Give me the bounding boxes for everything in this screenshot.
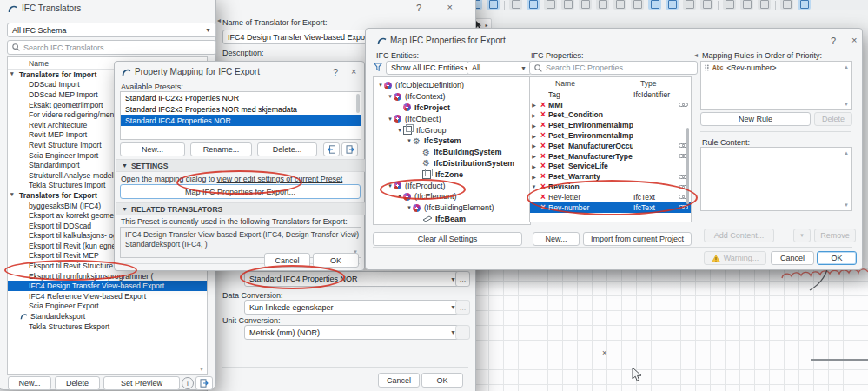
export-translator-button[interactable] <box>195 376 213 390</box>
add-content-dropdown-button[interactable]: ▼ <box>793 229 811 242</box>
table-row[interactable]: ▶×Pset_Condition <box>530 110 691 121</box>
toolbar-icon[interactable] <box>579 0 592 10</box>
scroll-down-icon[interactable]: ▼ <box>844 102 849 107</box>
scroll-up-icon[interactable]: ▲ <box>353 230 358 235</box>
table-row[interactable]: ▶×Pset_ServiceLife <box>530 162 691 172</box>
tree-item[interactable]: ▾(IfcObjectDefinition) <box>374 80 530 91</box>
toolbar-icon[interactable] <box>648 0 661 10</box>
expand-icon[interactable]: ▶ <box>530 123 538 129</box>
warning-button[interactable]: Warning... <box>704 251 766 265</box>
toolbar-icon[interactable] <box>740 0 753 10</box>
toolbar-icon[interactable] <box>798 0 811 10</box>
column-header-name[interactable]: Name <box>555 79 640 88</box>
entity-filter-dropdown[interactable]: Show All IFC Entities ▼ <box>386 61 474 75</box>
close-icon[interactable]: × <box>851 35 857 45</box>
table-row-selected[interactable]: ×Rev-numberIfcText <box>530 202 691 213</box>
expand-icon[interactable]: ▶ <box>530 102 538 108</box>
expand-icon[interactable]: ▶ <box>530 133 538 139</box>
property-mapping-dropdown[interactable]: Standard IFC4 Properties NOR ▼ <box>244 271 461 287</box>
close-icon[interactable]: × <box>447 2 453 12</box>
expand-icon[interactable]: ▶ <box>530 174 538 180</box>
tree-item-ifcelement[interactable]: ▾(IfcElement) <box>374 191 530 202</box>
toolbar-icon[interactable] <box>683 0 696 10</box>
table-row[interactable]: ▶×MMI <box>530 100 691 110</box>
preset-new-button[interactable]: New... <box>120 142 185 156</box>
related-translators-section-header[interactable]: ▼RELATED TRANSLATORS <box>116 202 368 215</box>
table-row[interactable]: ×Rev-letterIfcText <box>530 192 691 202</box>
preset-item[interactable]: Standard IFC2x3 Properties NOR med skjem… <box>121 103 361 115</box>
toolbar-icon[interactable] <box>631 0 644 10</box>
import-from-project-button[interactable]: Import from current Project <box>583 232 692 246</box>
unit-conversion-more-button[interactable]: ... <box>455 325 470 340</box>
table-row[interactable]: ▶×Pset_EnvironmentalImpactIn... <box>530 120 691 130</box>
table-row[interactable]: TagIfcIdentifier <box>530 89 691 100</box>
close-icon[interactable]: × <box>351 66 356 76</box>
new-property-button[interactable]: New... <box>533 232 580 246</box>
info-icon[interactable]: i <box>182 377 194 389</box>
toolbar-icon[interactable] <box>509 0 522 10</box>
help-icon[interactable]: ? <box>333 67 338 77</box>
unit-conversion-dropdown[interactable]: Metrisk (mm) (NOR) ▼ <box>244 325 461 340</box>
tree-item[interactable]: IfcBeam <box>374 214 530 225</box>
table-row[interactable]: ▶×Pset_ManufacturerOccurrence <box>530 141 691 151</box>
tree-item[interactable]: ▾(IfcProduct) <box>374 180 530 191</box>
toolbar-icon[interactable] <box>700 0 713 10</box>
tree-item[interactable]: ▾IfcGroup <box>374 124 530 136</box>
scrollbar-thumb[interactable] <box>356 94 360 113</box>
expand-icon[interactable]: ▶ <box>530 142 538 149</box>
preset-item[interactable]: Standard IFC2x3 Properties NOR <box>121 92 361 103</box>
cancel-button[interactable]: Cancel <box>264 253 310 268</box>
tree-item[interactable]: ▾(IfcBuildingElement) <box>374 202 530 214</box>
tree-item[interactable]: ▾(IfcContext) <box>374 91 530 103</box>
scroll-down-icon[interactable]: ▼ <box>844 202 849 208</box>
toolbar-icon[interactable] <box>527 0 540 10</box>
delete-button[interactable]: Delete <box>55 376 100 390</box>
list-item[interactable]: Tekla Structures Eksport <box>8 321 207 332</box>
search-input[interactable]: Search IFC Translators <box>7 40 216 55</box>
filter-funnel-icon[interactable] <box>374 63 382 71</box>
collapse-icon[interactable]: ▼ <box>530 184 538 189</box>
expand-icon[interactable]: ▶ <box>530 112 538 118</box>
table-row[interactable]: ▶×Pset_EnvironmentalImpactVa... <box>530 130 691 141</box>
add-content-button[interactable]: Add Content... <box>704 229 774 242</box>
cancel-button[interactable]: Cancel <box>771 251 814 265</box>
entity-scope-dropdown[interactable]: All ▼ <box>467 61 532 75</box>
table-row[interactable]: ▶×Pset_ManufacturerTypeInfor... <box>530 151 691 162</box>
data-conversion-dropdown[interactable]: Kun linkede egenskaper ▼ <box>244 300 461 315</box>
list-item-selected[interactable]: IFC4 Design Transfer View-based Export <box>8 281 207 291</box>
collapse-left-icon[interactable]: ◂ <box>217 17 221 24</box>
toolbar-icon[interactable] <box>561 0 574 10</box>
new-rule-button[interactable]: New Rule <box>700 112 811 126</box>
ok-button[interactable]: OK <box>313 253 359 268</box>
clear-all-settings-button[interactable]: Clear All Settings <box>373 232 522 246</box>
list-item[interactable]: Scia Engineer Export <box>8 302 207 312</box>
list-item[interactable]: IFC4 Reference View-based Export <box>8 291 207 302</box>
tree-item[interactable]: IfcZone <box>374 169 530 180</box>
export-preset-button[interactable] <box>341 142 358 156</box>
toolbar-icon[interactable] <box>487 0 500 10</box>
properties-search-input[interactable]: Search IFC Properties <box>529 61 698 75</box>
remove-content-button[interactable]: Remove <box>814 229 856 242</box>
expand-icon[interactable]: ▶ <box>530 163 538 169</box>
tree-item[interactable]: ▾(IfcObject) <box>374 113 530 124</box>
settings-link[interactable]: view or edit settings of current Preset <box>217 175 343 183</box>
help-icon[interactable]: ? <box>416 3 421 13</box>
ok-button[interactable]: OK <box>817 251 857 265</box>
scrollbar-thumb[interactable] <box>686 128 689 204</box>
ok-button[interactable]: OK <box>421 373 463 388</box>
scroll-up-icon[interactable]: ▲ <box>844 150 849 156</box>
toolbar-icon[interactable] <box>596 0 609 10</box>
toolbar-icon[interactable] <box>666 0 679 10</box>
tree-item[interactable]: ⚙IfcDistributionSystem <box>374 158 530 169</box>
new-button[interactable]: New... <box>8 376 51 390</box>
set-preview-button[interactable]: Set Preview <box>103 376 180 390</box>
tree-item[interactable]: IfcProject <box>374 103 530 114</box>
cancel-button[interactable]: Cancel <box>378 373 420 388</box>
toolbar-icon[interactable] <box>780 0 793 10</box>
toolbar-icon[interactable] <box>758 0 771 10</box>
rule-item[interactable]: Abc <Rev-number> <box>701 62 851 73</box>
drag-handle-icon[interactable] <box>705 64 709 71</box>
tree-item[interactable]: ⚙IfcBuildingSystem <box>374 147 530 158</box>
map-ifc-properties-button[interactable]: Map IFC Properties for Export... <box>120 184 361 199</box>
collapse-left-icon[interactable]: ◂ <box>694 51 698 59</box>
